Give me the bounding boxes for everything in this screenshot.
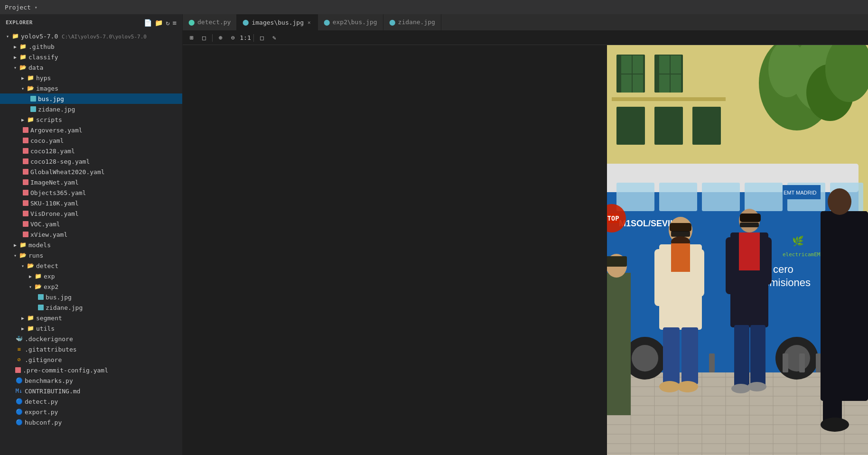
tree-item-coco128[interactable]: coco128.yaml: [0, 146, 182, 156]
svg-rect-89: [740, 223, 759, 227]
tree-item-xview[interactable]: xView.yaml: [0, 229, 182, 240]
toolbar-edit-btn[interactable]: ✎: [269, 33, 280, 43]
new-folder-icon[interactable]: 📁: [155, 19, 163, 27]
dockerignore-icon: 🐳: [15, 335, 23, 343]
tree-item-gitattributes[interactable]: ≡ .gitattributes: [0, 344, 182, 354]
svg-rect-94: [734, 325, 749, 387]
tree-item-sku110k[interactable]: SKU-110K.yaml: [0, 198, 182, 208]
tree-item-models[interactable]: ▶ 📁 models: [0, 240, 182, 250]
sku110k-icon: [23, 200, 28, 206]
objects365-arrow: [19, 189, 23, 196]
data-label: data: [28, 64, 43, 71]
tree-item-hyps[interactable]: ▶ 📁 hyps: [0, 73, 182, 83]
svg-rect-17: [654, 107, 683, 145]
svg-text:STOP: STOP: [607, 214, 619, 222]
new-file-icon[interactable]: 📄: [144, 19, 152, 27]
toolbar-rect-btn[interactable]: □: [199, 33, 209, 43]
tab-zidane[interactable]: ⬤ zidane.jpg: [383, 14, 441, 30]
tree-item-precommit[interactable]: .pre-commit-config.yaml: [0, 365, 182, 375]
tab-bus-jpg[interactable]: ⬤ images\bus.jpg ✕: [237, 14, 317, 30]
exp2-bus-label: bus.jpg: [46, 294, 72, 301]
exp-label: exp: [44, 273, 55, 280]
exp2-zidane-label: zidane.jpg: [46, 304, 83, 311]
tree-item-benchmarks[interactable]: 🔵 benchmarks.py: [0, 375, 182, 386]
tree-root[interactable]: ▾ 📁 yolov5-7.0 C:\AI\yolov5-7.0\yolov5-7…: [0, 31, 182, 41]
sidebar-header-icons: 📄 📁 ↻ ≡: [144, 19, 177, 27]
svg-point-85: [659, 381, 680, 392]
tab-detect-py[interactable]: ⬤ detect.py: [183, 14, 237, 30]
svg-rect-93: [760, 237, 772, 285]
exp2-label: exp2: [44, 283, 58, 290]
svg-rect-7: [633, 74, 643, 93]
svg-rect-46: [616, 183, 654, 211]
tree-item-images[interactable]: ▾ 📂 images: [0, 83, 182, 93]
svg-rect-5: [633, 56, 643, 74]
svg-rect-104: [607, 256, 627, 267]
tab-exp2-bus[interactable]: ⬤ exp2\bus.jpg: [318, 14, 383, 30]
tree-item-runs[interactable]: ▾ 📂 runs: [0, 250, 182, 260]
tree-item-zidane-data[interactable]: zidane.jpg: [0, 104, 182, 114]
svg-rect-76: [670, 223, 691, 232]
tree-item-exp2-zidane[interactable]: zidane.jpg: [0, 302, 182, 313]
bus-jpg-tab-close[interactable]: ✕: [307, 19, 312, 26]
tree-item-classify[interactable]: ▶ 📁 classify: [0, 52, 182, 62]
exp2-arrow: ▾: [27, 283, 34, 290]
detect-py-tab-icon: ⬤: [188, 19, 195, 26]
svg-rect-77: [671, 231, 690, 237]
tree-item-dockerignore[interactable]: 🐳 .dockerignore: [0, 334, 182, 344]
refresh-icon[interactable]: ↻: [166, 19, 169, 27]
toolbar-zoom-in-btn[interactable]: ⊕: [215, 33, 226, 43]
tree-item-scripts[interactable]: ▶ 📁 scripts: [0, 114, 182, 125]
root-arrow: ▾: [4, 32, 11, 40]
models-label: models: [28, 241, 51, 249]
svg-rect-11: [659, 74, 670, 93]
benchmarks-label: benchmarks.py: [25, 377, 73, 384]
main-container: EXPLORER 📄 📁 ↻ ≡ ▾ 📁 yolov5-7.0 C:\AI\yo…: [0, 14, 868, 455]
toolbar-zoom-reset-btn[interactable]: 1:1: [240, 33, 251, 43]
toolbar-grid-btn[interactable]: ⊞: [187, 33, 197, 43]
contributing-icon: M↓: [15, 387, 23, 395]
tree-item-exp2[interactable]: ▾ 📂 exp2: [0, 281, 182, 292]
zidane-data-arrow: [27, 105, 30, 113]
runs-folder-icon: 📂: [19, 251, 27, 259]
coco128-label: coco128.yaml: [30, 148, 75, 155]
svg-rect-16: [616, 107, 645, 145]
tree-item-detect-py[interactable]: 🔵 detect.py: [0, 396, 182, 407]
tree-item-data[interactable]: ▾ 📂 data: [0, 62, 182, 73]
exp2-zidane-arrow: [34, 304, 38, 311]
tree-item-gitignore[interactable]: ⊘ .gitignore: [0, 354, 182, 365]
toolbar-checkboard-btn[interactable]: □: [257, 33, 267, 43]
tree-item-visdrone[interactable]: VisDrone.yaml: [0, 208, 182, 219]
tree-item-hubconf-py[interactable]: 🔵 hubconf.py: [0, 417, 182, 427]
tree-item-argoverse[interactable]: Argoverse.yaml: [0, 125, 182, 135]
utils-folder-icon: 📁: [27, 325, 34, 332]
tree-item-objects365[interactable]: Objects365.yaml: [0, 187, 182, 198]
tree-item-coco128seg[interactable]: coco128-seg.yaml: [0, 156, 182, 167]
tree-item-utils[interactable]: ▶ 📁 utils: [0, 323, 182, 334]
voc-arrow: [19, 220, 23, 228]
tree-item-bus-jpg[interactable]: bus.jpg: [0, 93, 182, 104]
visdrone-arrow: [19, 210, 23, 217]
collapse-icon[interactable]: ≡: [173, 19, 177, 27]
tree-item-exp[interactable]: ▶ 📁 exp: [0, 271, 182, 281]
tree-item-export-py[interactable]: 🔵 export.py: [0, 407, 182, 417]
tree-item-exp2-bus[interactable]: bus.jpg: [0, 292, 182, 302]
svg-rect-14: [650, 97, 688, 101]
svg-rect-71: [709, 353, 715, 372]
tree-item-coco[interactable]: coco.yaml: [0, 135, 182, 146]
tree-item-globalwheat[interactable]: GlobalWheat2020.yaml: [0, 167, 182, 177]
models-folder-icon: 📁: [19, 241, 27, 249]
toolbar-zoom-out-btn[interactable]: ⊖: [228, 33, 238, 43]
xview-label: xView.yaml: [30, 231, 67, 238]
tree-item-segment[interactable]: ▶ 📁 segment: [0, 313, 182, 323]
gitignore-arrow: [11, 356, 15, 363]
globalwheat-label: GlobalWheat2020.yaml: [30, 168, 105, 176]
coco128-icon: [23, 148, 28, 154]
title-project[interactable]: Project: [5, 4, 31, 11]
tree-item-voc[interactable]: VOC.yaml: [0, 219, 182, 229]
tree-item-github[interactable]: ▶ 📁 .github: [0, 41, 182, 52]
tree-item-contributing[interactable]: M↓ CONTRIBUTING.md: [0, 386, 182, 396]
tree-item-imagenet[interactable]: ImageNet.yaml: [0, 177, 182, 187]
svg-rect-92: [726, 237, 739, 294]
tree-item-detect[interactable]: ▾ 📂 detect: [0, 260, 182, 271]
